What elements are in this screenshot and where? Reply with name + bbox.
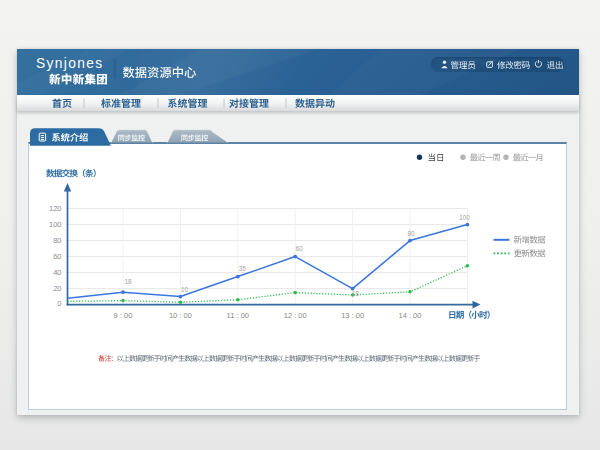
svg-text:0: 0 — [57, 299, 61, 308]
svg-text:18: 18 — [124, 278, 132, 285]
svg-text:14 : 00: 14 : 00 — [399, 311, 422, 320]
svg-text:80: 80 — [53, 236, 61, 245]
svg-text:120: 120 — [49, 204, 62, 213]
svg-text:35: 35 — [239, 265, 247, 272]
svg-text:100: 100 — [459, 214, 470, 221]
svg-text:60: 60 — [53, 252, 61, 261]
svg-text:13 : 00: 13 : 00 — [341, 311, 364, 320]
svg-text:18: 18 — [352, 290, 360, 297]
svg-text:20: 20 — [53, 284, 61, 293]
svg-text:40: 40 — [53, 268, 61, 277]
svg-text:100: 100 — [49, 220, 62, 229]
svg-text:9 : 00: 9 : 00 — [114, 311, 133, 320]
svg-text:12 : 00: 12 : 00 — [284, 311, 307, 320]
svg-text:60: 60 — [296, 245, 304, 252]
svg-text:10: 10 — [181, 286, 189, 293]
svg-text:10 : 00: 10 : 00 — [169, 311, 192, 320]
svg-text:11 : 00: 11 : 00 — [227, 311, 249, 320]
svg-text:80: 80 — [407, 230, 415, 237]
